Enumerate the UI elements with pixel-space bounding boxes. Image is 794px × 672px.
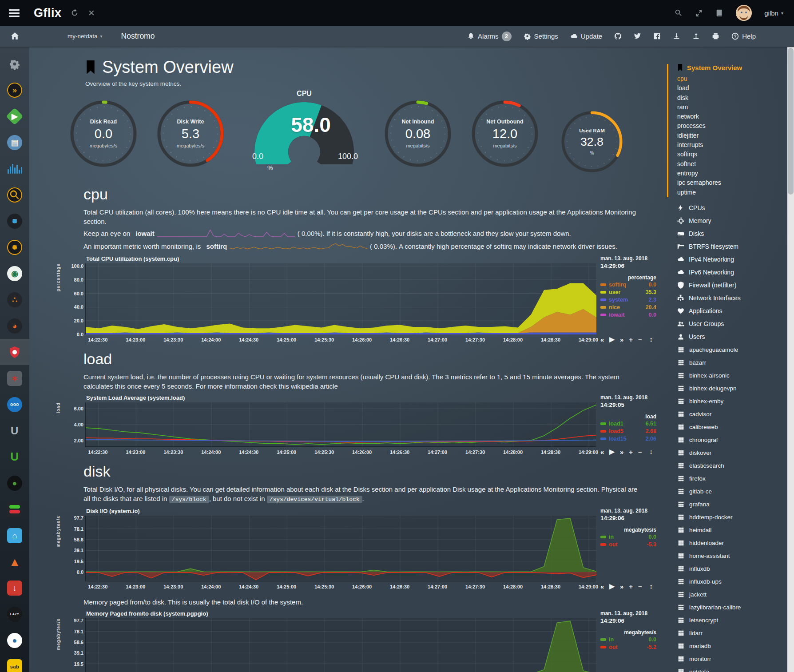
menu-app-diskover[interactable]: diskover [668, 446, 787, 459]
menu-section-ipv6-networking[interactable]: IPv6 Networking [668, 266, 787, 279]
cpu-chart[interactable]: Total CPU utilization (system.cpu) perce… [56, 255, 666, 344]
rail-drop-icon[interactable]: ● [0, 627, 29, 653]
chart-play-button[interactable]: ▶ [609, 582, 615, 590]
rail-disc-icon[interactable]: ● [0, 470, 29, 496]
menu-item-ipc-semaphores[interactable]: ipc semaphores [677, 178, 787, 187]
menu-app-monitorr[interactable]: monitorr [668, 652, 787, 665]
rail-monitorr-icon[interactable] [0, 496, 29, 522]
help-button[interactable]: Help [731, 32, 756, 40]
chart-resize-handle[interactable]: ↕ [650, 335, 653, 343]
legend-row-in[interactable]: in 0.0 [600, 636, 656, 643]
menu-item-disk[interactable]: disk [677, 93, 787, 103]
legend-row-load5[interactable]: load5 2.68 [600, 427, 656, 435]
menu-section-ipv4-networking[interactable]: IPv4 Networking [668, 253, 787, 266]
alarms-button[interactable]: Alarms 2 [467, 32, 512, 41]
rail-nodes-icon[interactable]: ∴ [0, 286, 29, 313]
scrollbar[interactable] [787, 47, 794, 672]
menu-item-softirqs[interactable]: softirqs [677, 150, 787, 159]
gauge-net-outbound[interactable]: Net Outbound 12.0 megabits/s [469, 91, 541, 176]
menu-app-bazarr[interactable]: bazarr [668, 356, 787, 369]
chart-zoom-in-button[interactable]: + [629, 583, 633, 590]
menu-app-heimdall[interactable]: heimdall [668, 524, 787, 537]
menu-app-binhex-delugevpn[interactable]: binhex-delugevpn [668, 382, 787, 395]
menu-section-btrfs-filesystem[interactable]: BTRFS filesystem [668, 240, 787, 253]
menu-app-hiddenloader[interactable]: hiddenloader [668, 537, 787, 549]
menu-section-applications[interactable]: Applications [668, 305, 787, 318]
gauge-disk-read[interactable]: Disk Read 0.0 megabytes/s [67, 91, 139, 176]
legend-row-out[interactable]: out -5.3 [600, 541, 656, 548]
rail-shield-red-icon[interactable] [0, 339, 29, 365]
menu-section-cpus[interactable]: CPUs [668, 202, 787, 215]
rail-nextcloud-icon[interactable]: ooo [0, 391, 29, 418]
legend-row-out[interactable]: out -5.2 [600, 643, 656, 651]
menu-item-softnet[interactable]: softnet [677, 159, 787, 169]
menu-app-lidarr[interactable]: lidarr [668, 627, 787, 640]
rail-berries-icon[interactable]: ∗ [0, 365, 29, 391]
import-button[interactable] [692, 32, 700, 40]
chart-pan-left-button[interactable]: « [600, 448, 604, 456]
menu-section-user-groups[interactable]: User Groups [668, 318, 787, 330]
chart-plot-area[interactable] [85, 618, 596, 672]
menu-app-influxdb[interactable]: influxdb [668, 562, 787, 575]
refresh-icon[interactable] [71, 9, 79, 17]
rail-u-green-icon[interactable]: U [0, 444, 29, 470]
menu-app-grafana[interactable]: grafana [668, 498, 787, 511]
rail-gitlab-icon[interactable]: ▲ [0, 549, 29, 575]
menu-app-binhex-emby[interactable]: binhex-emby [668, 395, 787, 408]
menu-app-jackett[interactable]: jackett [668, 588, 787, 601]
server-dropdown[interactable]: my-netdata ▾ [67, 33, 103, 40]
menu-app-apacheguacamole[interactable]: apacheguacamole [668, 343, 787, 356]
twitter-button[interactable] [634, 32, 641, 40]
rail-plex-icon[interactable]: » [0, 77, 29, 103]
print-button[interactable] [712, 32, 719, 40]
user-menu[interactable]: gilbn ▾ [764, 9, 783, 17]
legend-row-iowait[interactable]: iowait 0.0 [600, 311, 656, 318]
rail-soundwave-icon[interactable] [0, 155, 29, 182]
menu-item-entropy[interactable]: entropy [677, 169, 787, 178]
chart-plot-area[interactable] [85, 516, 596, 581]
load-chart[interactable]: System Load Average (system.load) load6.… [56, 394, 666, 457]
menu-section-disks[interactable]: Disks [668, 227, 787, 240]
menu-section-network-interfaces[interactable]: Network Interfaces [668, 292, 787, 305]
chart-pan-left-button[interactable]: « [600, 336, 604, 343]
menu-app-binhex-airsonic[interactable]: binhex-airsonic [668, 369, 787, 382]
chart-play-button[interactable]: ▶ [609, 448, 615, 456]
fullscreen-icon[interactable] [695, 9, 703, 17]
menu-section-firewall-netfilter-[interactable]: Firewall (netfilter) [668, 279, 787, 292]
chart-zoom-in-button[interactable]: + [629, 448, 633, 456]
chart-pan-left-button[interactable]: « [600, 583, 604, 590]
chart-zoom-in-button[interactable]: + [629, 336, 633, 343]
legend-row-user[interactable]: user 35.3 [600, 288, 656, 296]
close-tab-icon[interactable] [87, 9, 95, 17]
legend-row-system[interactable]: system 2.3 [600, 296, 656, 303]
menu-item-load[interactable]: load [677, 84, 787, 93]
menu-app-influxdb-ups[interactable]: influxdb-ups [668, 575, 787, 588]
chart-pan-right-button[interactable]: » [620, 448, 623, 456]
search-icon[interactable] [675, 9, 683, 17]
menu-app-home-assistant[interactable]: home-assistant [668, 549, 787, 562]
menu-app-letsencrypt[interactable]: letsencrypt [668, 614, 787, 627]
menu-app-gitlab-ce[interactable]: gitlab-ce [668, 485, 787, 498]
rail-petals-orange-icon[interactable]: × [0, 234, 29, 260]
legend-row-load1[interactable]: load1 6.51 [600, 420, 656, 427]
menu-app-hddtemp-docker[interactable]: hddtemp-docker [668, 511, 787, 524]
github-button[interactable] [614, 32, 622, 40]
menu-item-interrupts[interactable]: interrupts [677, 140, 787, 150]
menu-app-netdata[interactable]: netdata [668, 665, 787, 672]
rail-library-icon[interactable]: ▤ [0, 129, 29, 155]
menu-system-overview[interactable]: System Overview [677, 64, 787, 72]
menu-app-chronograf[interactable]: chronograf [668, 433, 787, 446]
menu-item-ram[interactable]: ram [677, 103, 787, 112]
gauge-cpu[interactable]: CPU58.0 0.0 100.0 % [244, 90, 364, 177]
menu-item-network[interactable]: network [677, 112, 787, 121]
rail-search-app-icon[interactable] [0, 182, 29, 208]
export-button[interactable] [673, 32, 680, 40]
home-button[interactable] [0, 32, 29, 41]
chart-plot-area[interactable] [85, 263, 596, 334]
menu-item-cpu[interactable]: cpu [677, 74, 787, 84]
menu-app-lazylibrarian-calibre[interactable]: lazylibrarian-calibre [668, 601, 787, 614]
disk-io-chart[interactable]: Disk I/O (system.io) megabytes/s97.778.1… [56, 508, 666, 591]
rail-swirl-icon[interactable]: ◉ [0, 260, 29, 286]
chart-zoom-out-button[interactable]: − [638, 583, 642, 590]
menu-item-uptime[interactable]: uptime [677, 188, 787, 197]
